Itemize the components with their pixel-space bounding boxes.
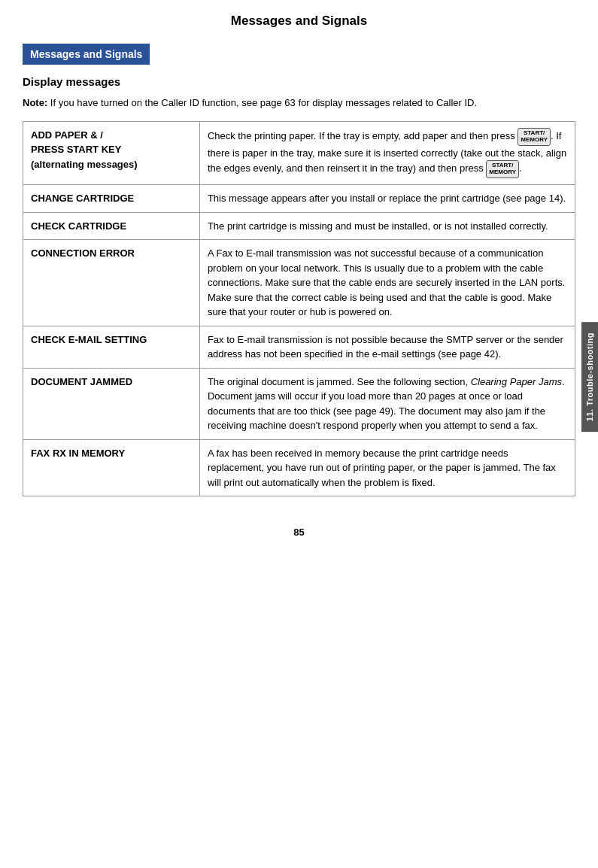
page-number: 85 bbox=[0, 519, 598, 542]
section-header: Messages and Signals bbox=[23, 44, 150, 65]
note-text: Note: If you have turned on the Caller I… bbox=[23, 96, 575, 111]
start-memory-button-2: START/MEMORY bbox=[486, 160, 519, 178]
table-row: CONNECTION ERROR A Fax to E-mail transmi… bbox=[23, 240, 575, 326]
table-row: DOCUMENT JAMMED The original document is… bbox=[23, 368, 575, 439]
message-description: Fax to E-mail transmission is not possib… bbox=[199, 326, 575, 368]
message-label: CHANGE CARTRIDGE bbox=[23, 185, 200, 213]
message-label: CHECK E-MAIL SETTING bbox=[23, 326, 200, 368]
side-tab: 11. Trouble-shooting bbox=[581, 322, 598, 432]
table-row: CHECK E-MAIL SETTING Fax to E-mail trans… bbox=[23, 326, 575, 368]
table-row: FAX RX IN MEMORY A fax has been received… bbox=[23, 439, 575, 496]
page-title: Messages and Signals bbox=[0, 0, 598, 36]
subsection-title: Display messages bbox=[23, 75, 575, 88]
message-label: CONNECTION ERROR bbox=[23, 240, 200, 326]
messages-table: ADD PAPER & /PRESS START KEY(alternating… bbox=[23, 121, 575, 497]
message-label: ADD PAPER & /PRESS START KEY(alternating… bbox=[23, 121, 200, 185]
italic-text: Clearing Paper Jams bbox=[471, 376, 562, 387]
message-label: CHECK CARTRIDGE bbox=[23, 212, 200, 240]
note-body: If you have turned on the Caller ID func… bbox=[47, 97, 477, 108]
message-description: This message appears after you install o… bbox=[199, 185, 575, 213]
message-label: DOCUMENT JAMMED bbox=[23, 368, 200, 439]
note-label: Note: bbox=[23, 97, 47, 108]
table-row: CHANGE CARTRIDGE This message appears af… bbox=[23, 185, 575, 213]
message-description: Check the printing paper. If the tray is… bbox=[199, 121, 575, 185]
message-description: The print cartridge is missing and must … bbox=[199, 212, 575, 240]
message-description: The original document is jammed. See the… bbox=[199, 368, 575, 439]
message-description: A fax has been received in memory becaus… bbox=[199, 439, 575, 496]
message-description: A Fax to E-mail transmission was not suc… bbox=[199, 240, 575, 326]
message-label: FAX RX IN MEMORY bbox=[23, 439, 200, 496]
start-memory-button-1: START/MEMORY bbox=[518, 128, 551, 146]
table-row: CHECK CARTRIDGE The print cartridge is m… bbox=[23, 212, 575, 240]
table-row: ADD PAPER & /PRESS START KEY(alternating… bbox=[23, 121, 575, 185]
